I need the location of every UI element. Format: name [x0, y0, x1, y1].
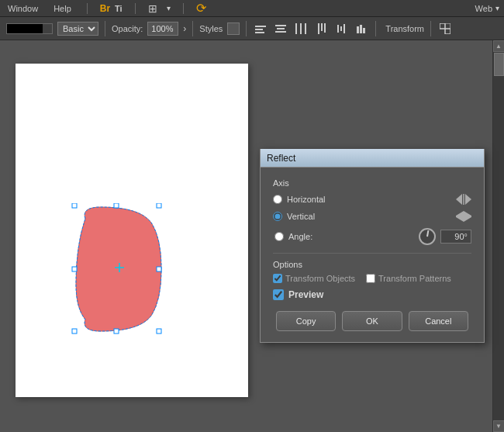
resize-icon[interactable]	[437, 21, 453, 36]
menu-bar: Window Help Br Ti ⊞ ▾ ⟳ Web ▾	[0, 0, 504, 17]
svg-rect-18	[440, 23, 445, 29]
opacity-label: Opacity:	[112, 24, 143, 33]
right-scrollbar[interactable]: ▲ ▼	[492, 40, 504, 432]
scroll-track	[493, 52, 505, 420]
svg-rect-3	[275, 25, 286, 26]
dial-indicator	[426, 230, 429, 237]
transform-label: Transform	[385, 24, 424, 33]
transform-patterns-item: Transform Patterns	[366, 274, 451, 283]
shape-container[interactable]	[70, 203, 171, 337]
sync-icon[interactable]: ⟳	[196, 1, 206, 16]
vertical-label: Vertical	[287, 212, 451, 221]
vertical-row: Vertical	[273, 211, 471, 222]
web-chevron[interactable]: ▾	[495, 4, 499, 12]
svg-rect-15	[357, 26, 359, 33]
svg-rect-8	[305, 23, 306, 34]
svg-rect-5	[275, 31, 286, 33]
horizontal-row: Horizontal	[273, 194, 471, 205]
stroke-preview	[6, 23, 53, 34]
bar-chart-icon[interactable]	[354, 21, 369, 36]
preview-checkbox[interactable]	[273, 289, 284, 300]
svg-marker-34	[465, 194, 471, 205]
cancel-button[interactable]: Cancel	[409, 311, 468, 331]
angle-label: Angle:	[288, 232, 414, 241]
svg-rect-14	[343, 24, 345, 33]
svg-rect-9	[318, 23, 319, 34]
menu-help[interactable]: Help	[50, 2, 74, 15]
preview-label: Preview	[288, 289, 323, 300]
align-top-icon[interactable]	[313, 21, 329, 36]
horizontal-reflect-icon	[456, 194, 471, 205]
styles-preview	[227, 22, 240, 35]
toolbar-divider-1	[105, 21, 105, 36]
svg-rect-25	[157, 329, 161, 334]
layout-icon[interactable]: ⊞	[148, 2, 157, 15]
svg-rect-22	[114, 203, 119, 208]
svg-rect-26	[114, 329, 119, 334]
align-center-icon[interactable]	[273, 21, 288, 36]
stroke-style-select[interactable]: Basic	[57, 22, 98, 36]
svg-rect-19	[445, 29, 450, 34]
opacity-arrow[interactable]: ›	[183, 23, 186, 34]
vertical-radio[interactable]	[273, 212, 282, 221]
toolbar: Basic Opacity: › Styles Transform	[0, 17, 504, 40]
svg-rect-23	[157, 203, 161, 208]
svg-rect-16	[360, 25, 362, 33]
svg-rect-13	[340, 26, 342, 31]
reflect-dialog[interactable]: Reflect Axis Horizontal	[260, 149, 485, 343]
svg-rect-11	[324, 23, 326, 33]
toolbar-divider-4	[375, 21, 376, 36]
web-label: Web	[475, 4, 492, 13]
transform-objects-item: Transform Objects	[273, 274, 355, 283]
scroll-up-btn[interactable]: ▲	[493, 40, 505, 52]
styles-label: Styles	[199, 24, 223, 33]
menu-window[interactable]: Window	[5, 2, 41, 15]
svg-rect-7	[300, 23, 302, 34]
shape-svg	[70, 203, 171, 335]
svg-rect-28	[72, 267, 77, 271]
svg-marker-32	[456, 194, 462, 205]
dialog-body: Axis Horizontal Vertical	[261, 168, 484, 342]
svg-rect-17	[363, 28, 365, 33]
svg-rect-1	[255, 29, 263, 30]
layout-chevron[interactable]: ▾	[167, 4, 171, 12]
bridge-icon[interactable]: Br	[100, 3, 110, 14]
horizontal-radio[interactable]	[273, 195, 282, 204]
axis-label: Axis	[273, 178, 471, 188]
distribute-icon[interactable]	[293, 21, 309, 36]
menu-right: Web ▾	[475, 4, 499, 13]
svg-rect-12	[337, 25, 339, 33]
dialog-titlebar[interactable]: Reflect	[261, 149, 484, 168]
svg-rect-10	[321, 23, 323, 31]
menu-separator-3	[183, 3, 184, 14]
preview-row: Preview	[273, 289, 471, 300]
transform-objects-label: Transform Objects	[285, 274, 355, 283]
svg-rect-6	[295, 23, 297, 34]
transform-objects-checkbox[interactable]	[273, 274, 282, 283]
transform-patterns-checkbox[interactable]	[366, 274, 375, 283]
svg-marker-37	[464, 211, 471, 222]
svg-rect-4	[277, 28, 285, 29]
scroll-thumb[interactable]	[494, 53, 504, 76]
options-checkboxes: Transform Objects Transform Patterns	[273, 274, 471, 283]
svg-rect-0	[255, 26, 266, 27]
align-left-icon[interactable]	[253, 21, 268, 36]
align-middle-icon[interactable]	[333, 21, 349, 36]
angle-input[interactable]	[440, 230, 471, 244]
scroll-down-btn[interactable]: ▼	[493, 420, 505, 432]
svg-rect-29	[72, 203, 77, 208]
transform-patterns-label: Transform Patterns	[378, 274, 451, 283]
typekit-icon[interactable]: Ti	[115, 4, 123, 13]
main-area: 软件自学网 www.rjzxw.com ▲ ▼ Reflect Axis Hor…	[0, 40, 504, 432]
toolbar-divider-5	[430, 21, 431, 36]
ok-button[interactable]: OK	[342, 311, 402, 331]
dialog-separator	[273, 253, 471, 254]
angle-radio[interactable]	[274, 232, 284, 241]
horizontal-label: Horizontal	[287, 195, 451, 204]
copy-button[interactable]: Copy	[276, 311, 336, 331]
angle-dial[interactable]	[419, 228, 436, 245]
opacity-input[interactable]	[147, 22, 178, 36]
angle-row: Angle:	[273, 228, 471, 245]
dialog-buttons: Copy OK Cancel	[273, 311, 471, 331]
options-label: Options	[273, 260, 471, 269]
